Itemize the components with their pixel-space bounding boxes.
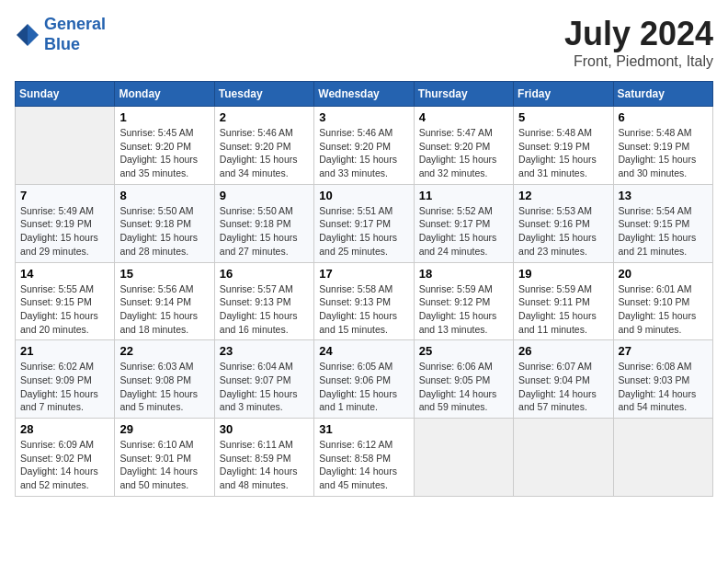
day-number: 26 (518, 344, 608, 358)
calendar-cell: 23Sunrise: 6:04 AMSunset: 9:07 PMDayligh… (214, 340, 313, 419)
day-number: 13 (619, 189, 708, 202)
day-number: 20 (619, 267, 708, 281)
cell-content: Sunrise: 5:48 AMSunset: 9:19 PMDaylight:… (518, 126, 608, 180)
logo: General Blue (15, 15, 106, 54)
calendar-cell (613, 419, 712, 497)
calendar-cell: 22Sunrise: 6:03 AMSunset: 9:08 PMDayligh… (115, 340, 214, 419)
calendar-cell: 19Sunrise: 5:59 AMSunset: 9:11 PMDayligh… (514, 262, 613, 340)
cell-content: Sunrise: 6:12 AMSunset: 8:58 PMDaylight:… (319, 438, 408, 492)
day-number: 27 (619, 344, 708, 358)
cell-content: Sunrise: 6:02 AMSunset: 9:09 PMDaylight:… (20, 360, 109, 414)
day-number: 9 (220, 189, 309, 202)
day-number: 5 (518, 110, 608, 124)
cell-content: Sunrise: 6:06 AMSunset: 9:05 PMDaylight:… (419, 360, 508, 414)
day-number: 11 (419, 189, 508, 202)
calendar-cell: 16Sunrise: 5:57 AMSunset: 9:13 PMDayligh… (214, 262, 313, 340)
day-number: 28 (20, 422, 109, 436)
calendar-cell: 9Sunrise: 5:50 AMSunset: 9:18 PMDaylight… (214, 184, 313, 262)
calendar-cell (514, 419, 613, 497)
day-number: 1 (119, 110, 209, 124)
cell-content: Sunrise: 5:47 AMSunset: 9:20 PMDaylight:… (419, 126, 508, 180)
logo-icon (15, 22, 40, 48)
day-number: 4 (419, 110, 508, 124)
day-number: 18 (419, 267, 508, 281)
cell-content: Sunrise: 5:56 AMSunset: 9:14 PMDaylight:… (119, 282, 209, 337)
day-number: 31 (319, 422, 408, 436)
cell-content: Sunrise: 6:03 AMSunset: 9:08 PMDaylight:… (119, 360, 209, 414)
day-number: 15 (119, 267, 209, 281)
day-number: 23 (220, 344, 309, 358)
logo-line1: General (44, 15, 106, 33)
cell-content: Sunrise: 5:46 AMSunset: 9:20 PMDaylight:… (220, 126, 309, 180)
header-cell-saturday: Saturday (613, 82, 712, 107)
calendar-header: SundayMondayTuesdayWednesdayThursdayFrid… (16, 82, 713, 107)
cell-content: Sunrise: 5:50 AMSunset: 9:18 PMDaylight:… (220, 204, 309, 259)
cell-content: Sunrise: 5:59 AMSunset: 9:12 PMDaylight:… (419, 282, 508, 337)
svg-marker-2 (28, 24, 39, 46)
calendar-body: 1Sunrise: 5:45 AMSunset: 9:20 PMDaylight… (16, 107, 713, 497)
cell-content: Sunrise: 6:01 AMSunset: 9:10 PMDaylight:… (619, 282, 708, 337)
header-row: SundayMondayTuesdayWednesdayThursdayFrid… (16, 82, 713, 107)
calendar-cell: 11Sunrise: 5:52 AMSunset: 9:17 PMDayligh… (414, 184, 513, 262)
cell-content: Sunrise: 6:09 AMSunset: 9:02 PMDaylight:… (20, 438, 109, 492)
cell-content: Sunrise: 5:54 AMSunset: 9:15 PMDaylight:… (619, 204, 708, 259)
calendar-cell: 7Sunrise: 5:49 AMSunset: 9:19 PMDaylight… (16, 184, 115, 262)
calendar-cell: 15Sunrise: 5:56 AMSunset: 9:14 PMDayligh… (115, 262, 214, 340)
calendar-cell: 6Sunrise: 5:48 AMSunset: 9:19 PMDaylight… (613, 107, 712, 185)
day-number: 6 (619, 110, 708, 124)
calendar-cell: 4Sunrise: 5:47 AMSunset: 9:20 PMDaylight… (414, 107, 513, 185)
calendar-cell: 3Sunrise: 5:46 AMSunset: 9:20 PMDaylight… (314, 107, 414, 185)
cell-content: Sunrise: 5:50 AMSunset: 9:18 PMDaylight:… (119, 204, 209, 259)
cell-content: Sunrise: 5:57 AMSunset: 9:13 PMDaylight:… (220, 282, 309, 337)
header-cell-monday: Monday (115, 82, 214, 107)
header-cell-friday: Friday (514, 82, 613, 107)
calendar-cell (414, 419, 513, 497)
day-number: 17 (319, 267, 408, 281)
header-cell-thursday: Thursday (414, 82, 513, 107)
calendar-cell: 13Sunrise: 5:54 AMSunset: 9:15 PMDayligh… (613, 184, 712, 262)
cell-content: Sunrise: 6:05 AMSunset: 9:06 PMDaylight:… (319, 360, 408, 414)
calendar-cell: 10Sunrise: 5:51 AMSunset: 9:17 PMDayligh… (314, 184, 414, 262)
cell-content: Sunrise: 6:08 AMSunset: 9:03 PMDaylight:… (619, 360, 708, 414)
page-header: General Blue July 2024 Front, Piedmont, … (15, 15, 713, 70)
calendar-cell: 30Sunrise: 6:11 AMSunset: 8:59 PMDayligh… (214, 419, 313, 497)
day-number: 2 (220, 110, 309, 124)
header-cell-wednesday: Wednesday (314, 82, 414, 107)
cell-content: Sunrise: 5:48 AMSunset: 9:19 PMDaylight:… (619, 126, 708, 180)
day-number: 19 (518, 267, 608, 281)
day-number: 8 (119, 189, 209, 202)
week-row-1: 1Sunrise: 5:45 AMSunset: 9:20 PMDaylight… (16, 107, 713, 185)
calendar-cell: 1Sunrise: 5:45 AMSunset: 9:20 PMDaylight… (115, 107, 214, 185)
calendar-cell: 31Sunrise: 6:12 AMSunset: 8:58 PMDayligh… (314, 419, 414, 497)
day-number: 25 (419, 344, 508, 358)
header-cell-sunday: Sunday (16, 82, 115, 107)
day-number: 7 (20, 189, 109, 202)
cell-content: Sunrise: 6:07 AMSunset: 9:04 PMDaylight:… (518, 360, 608, 414)
calendar-cell: 2Sunrise: 5:46 AMSunset: 9:20 PMDaylight… (214, 107, 313, 185)
cell-content: Sunrise: 5:58 AMSunset: 9:13 PMDaylight:… (319, 282, 408, 337)
calendar-cell: 28Sunrise: 6:09 AMSunset: 9:02 PMDayligh… (16, 419, 115, 497)
calendar-table: SundayMondayTuesdayWednesdayThursdayFrid… (15, 81, 713, 497)
day-number: 3 (319, 110, 408, 124)
calendar-cell: 18Sunrise: 5:59 AMSunset: 9:12 PMDayligh… (414, 262, 513, 340)
day-number: 30 (220, 422, 309, 436)
cell-content: Sunrise: 5:51 AMSunset: 9:17 PMDaylight:… (319, 204, 408, 259)
week-row-3: 14Sunrise: 5:55 AMSunset: 9:15 PMDayligh… (16, 262, 713, 340)
header-cell-tuesday: Tuesday (214, 82, 313, 107)
title-area: July 2024 Front, Piedmont, Italy (564, 15, 713, 70)
week-row-4: 21Sunrise: 6:02 AMSunset: 9:09 PMDayligh… (16, 340, 713, 419)
week-row-2: 7Sunrise: 5:49 AMSunset: 9:19 PMDaylight… (16, 184, 713, 262)
cell-content: Sunrise: 5:55 AMSunset: 9:15 PMDaylight:… (20, 282, 109, 337)
calendar-cell: 8Sunrise: 5:50 AMSunset: 9:18 PMDaylight… (115, 184, 214, 262)
calendar-cell: 17Sunrise: 5:58 AMSunset: 9:13 PMDayligh… (314, 262, 414, 340)
calendar-cell (16, 107, 115, 185)
svg-marker-3 (17, 24, 28, 46)
day-number: 16 (220, 267, 309, 281)
calendar-cell: 21Sunrise: 6:02 AMSunset: 9:09 PMDayligh… (16, 340, 115, 419)
day-number: 21 (20, 344, 109, 358)
calendar-cell: 27Sunrise: 6:08 AMSunset: 9:03 PMDayligh… (613, 340, 712, 419)
logo-text: General Blue (44, 15, 106, 54)
calendar-cell: 5Sunrise: 5:48 AMSunset: 9:19 PMDaylight… (514, 107, 613, 185)
cell-content: Sunrise: 5:45 AMSunset: 9:20 PMDaylight:… (119, 126, 209, 180)
cell-content: Sunrise: 5:46 AMSunset: 9:20 PMDaylight:… (319, 126, 408, 180)
